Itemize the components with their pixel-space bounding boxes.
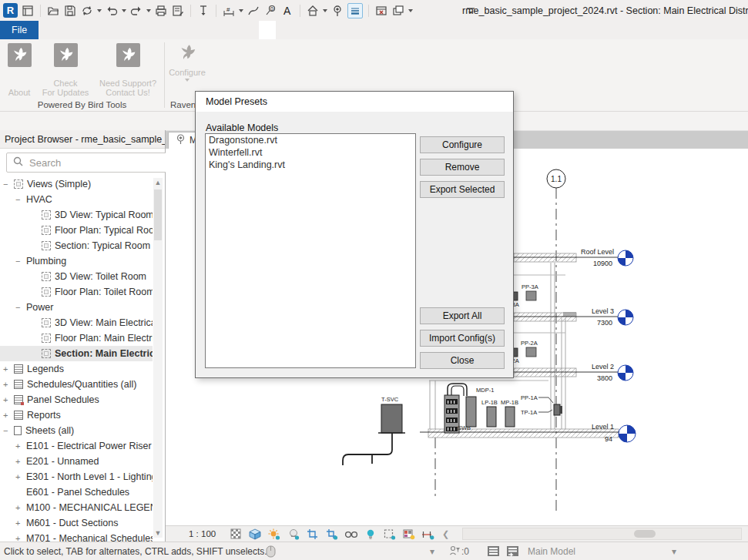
transformer-tsvc[interactable] <box>381 404 402 433</box>
tree-item[interactable]: 3D View: Toilet Room <box>0 269 153 284</box>
tree-item[interactable]: + M601 - Duct Sections <box>0 515 153 531</box>
tree-expander[interactable]: − <box>3 179 14 189</box>
ribbon-tab[interactable] <box>39 21 55 39</box>
tree-item[interactable]: 3D View: Main Electrical <box>0 315 153 330</box>
dialog-button[interactable]: Remove <box>420 159 505 176</box>
vcb-collapse-chevron[interactable]: ❮ <box>442 529 449 539</box>
tree-expander[interactable]: + <box>15 441 26 451</box>
tree-item[interactable]: + E301 - North Level 1 - Lighting <box>0 469 153 485</box>
show-crop-region-icon[interactable] <box>325 528 338 540</box>
dialog-button[interactable]: Configure <box>420 136 505 153</box>
tree-item[interactable]: Section: Typical Room V <box>0 238 153 253</box>
design-options-icon[interactable] <box>506 542 519 560</box>
configure-button[interactable]: Configure <box>166 43 209 97</box>
about-button[interactable]: About <box>3 43 35 97</box>
temporary-hide-isolate-glasses-icon[interactable] <box>344 528 357 540</box>
dialog-title[interactable]: Model Presets <box>196 92 513 112</box>
status-chevron2-icon[interactable]: ▾ <box>672 542 676 560</box>
tree-item[interactable]: Floor Plan: Typical Room <box>0 223 153 238</box>
shadows-icon[interactable] <box>287 528 300 540</box>
tree-item[interactable]: − Views (Simple) <box>0 176 153 192</box>
tree-expander[interactable]: + <box>15 534 26 542</box>
detail-level-icon[interactable] <box>229 528 242 540</box>
temporary-view-properties-icon[interactable] <box>383 528 396 540</box>
tree-expander[interactable]: − <box>15 303 26 312</box>
redo-dropdown-icon[interactable] <box>146 9 151 12</box>
tree-item[interactable]: + E101 - Electrical Power Riser D <box>0 438 153 454</box>
tree-expander[interactable]: + <box>15 518 26 528</box>
scroll-up-icon[interactable]: ▲ <box>153 178 163 187</box>
model-list-item[interactable]: Winterfell.rvt <box>206 146 415 159</box>
panel-pp2a[interactable] <box>526 347 536 357</box>
ribbon-tab[interactable] <box>259 21 276 39</box>
tree-item[interactable]: + M100 - MECHANICAL LEGEND <box>0 500 153 515</box>
revit-logo-icon[interactable]: R <box>3 3 18 18</box>
model-list-item[interactable]: King's Landing.rvt <box>206 159 415 171</box>
tree-expander[interactable]: + <box>15 503 26 512</box>
reveal-hidden-lightbulb-icon[interactable] <box>364 528 377 540</box>
ribbon-tab[interactable] <box>55 21 72 39</box>
ribbon-tab[interactable] <box>191 21 208 39</box>
check-updates-button[interactable]: Check For Updates <box>39 43 92 97</box>
switch-windows-icon[interactable] <box>391 4 405 18</box>
panel-mdp1[interactable] <box>466 397 476 427</box>
tree-scrollbar[interactable]: ▲ ▼ <box>153 178 163 538</box>
view-scale[interactable]: 1 : 100 <box>189 529 229 538</box>
worksharing-display-icon[interactable] <box>402 528 415 540</box>
undo-dropdown-icon[interactable] <box>122 9 126 12</box>
tree-expander[interactable]: − <box>3 426 14 435</box>
selection-count-filter-icon[interactable] <box>449 542 461 560</box>
save-icon[interactable] <box>63 4 77 18</box>
tree-item[interactable]: − Sheets (all) <box>0 423 153 438</box>
dialog-button[interactable]: Close <box>420 352 505 369</box>
ribbon-tab[interactable] <box>72 21 89 39</box>
panel-pp3a[interactable] <box>526 291 536 300</box>
dialog-button[interactable]: Import Config(s) <box>420 330 505 347</box>
aligned-dimension-icon[interactable]: # <box>222 4 236 18</box>
worksets-icon[interactable] <box>487 542 500 560</box>
tree-item[interactable]: 3D View: Typical Room <box>0 207 153 223</box>
open-icon[interactable] <box>46 4 60 18</box>
dialog-button[interactable]: Export Selected <box>420 181 505 198</box>
sun-path-icon[interactable] <box>267 528 280 540</box>
tree-item[interactable]: + Legends <box>0 361 153 377</box>
dimension-dropdown-icon[interactable] <box>239 9 243 12</box>
tree-expander[interactable]: + <box>3 395 14 404</box>
measure-icon[interactable] <box>196 4 210 18</box>
tree-item[interactable]: − Plumbing <box>0 253 153 269</box>
tree-item[interactable]: − Power <box>0 300 153 315</box>
tree-item[interactable]: − HVAC <box>0 192 153 207</box>
sync-dropdown-icon[interactable] <box>97 9 102 12</box>
redo-icon[interactable] <box>129 4 143 18</box>
section-icon[interactable] <box>330 4 344 18</box>
switch-windows-dropdown-icon[interactable] <box>408 9 413 12</box>
panel-lp1b[interactable] <box>487 407 496 427</box>
tree-expander[interactable]: + <box>3 411 14 420</box>
undo-icon[interactable] <box>105 4 119 18</box>
tree-item[interactable]: Section: Main Electrical <box>0 346 153 361</box>
tree-item[interactable]: + Schedules/Quantities (all) <box>0 377 153 392</box>
print-icon[interactable] <box>154 4 168 18</box>
model-line-icon[interactable] <box>247 4 260 18</box>
status-chevron-icon[interactable]: ▾ <box>430 542 434 560</box>
default-3d-view-icon[interactable] <box>306 4 320 18</box>
active-design-option[interactable]: Main Model <box>528 542 575 560</box>
scroll-down-icon[interactable]: ▼ <box>153 528 163 538</box>
ribbon-tab[interactable] <box>89 21 106 39</box>
ribbon-tab[interactable] <box>123 21 140 39</box>
ribbon-tab[interactable] <box>157 21 174 39</box>
horizontal-scrollbar[interactable] <box>462 528 742 540</box>
visual-style-icon[interactable] <box>248 528 261 540</box>
project-browser-title[interactable]: Project Browser - rme_basic_sample_p... <box>0 130 165 149</box>
ribbon-tab[interactable] <box>242 21 259 39</box>
tree-item[interactable]: + Reports <box>0 407 153 423</box>
tree-item[interactable]: + Panel Schedules <box>0 392 153 407</box>
ribbon-tab[interactable] <box>106 21 123 39</box>
synchronize-icon[interactable] <box>80 4 94 18</box>
tree-item[interactable]: E601 - Panel Schedules <box>0 485 153 500</box>
panel-pp1a-tp1a[interactable] <box>554 404 560 415</box>
tag-icon[interactable]: 0 <box>263 4 277 18</box>
tree-expander[interactable]: − <box>15 195 26 204</box>
ribbon-tab[interactable] <box>174 21 191 39</box>
available-models-list[interactable]: Dragonstone.rvtWinterfell.rvtKing's Land… <box>205 133 416 368</box>
